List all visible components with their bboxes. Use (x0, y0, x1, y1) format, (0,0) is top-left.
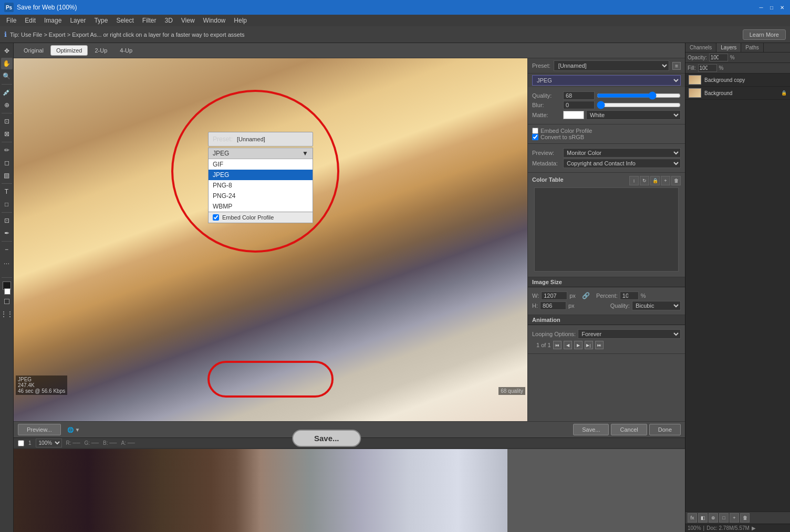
move-tool[interactable]: ✥ (1, 45, 13, 57)
anim-last-btn[interactable]: ⏭ (595, 341, 604, 349)
format-selector[interactable]: JPEG ▼ (209, 148, 313, 159)
layer-background[interactable]: Background 🔒 (685, 87, 790, 100)
cancel-button[interactable]: Cancel (611, 424, 647, 435)
preset-menu-button[interactable]: ≡ (672, 62, 681, 70)
eraser-tool[interactable]: ◻ (1, 157, 13, 169)
preset-select[interactable]: [Unnamed] (554, 60, 669, 71)
right-format-select[interactable]: JPEG GIF PNG-8 PNG-24 WBMP (532, 75, 681, 86)
format-option-png24[interactable]: PNG-24 (209, 191, 313, 201)
layer-group-btn[interactable]: □ (719, 513, 729, 523)
matte-select[interactable]: WhiteBlackNone (586, 110, 681, 120)
zoom-select[interactable]: 100% 50% 200% (36, 439, 62, 447)
layer-fx-btn[interactable]: fx (688, 513, 697, 523)
tab-optimized[interactable]: Optimized (50, 45, 88, 56)
menu-3d[interactable]: 3D (160, 15, 176, 26)
anim-first-btn[interactable]: ⏮ (553, 341, 562, 349)
animation-playback-controls: 1 of 1 ⏮ ◀ ▶ ▶| ⏭ (532, 340, 681, 350)
close-btn[interactable]: ✕ (778, 4, 786, 11)
zoom-tool[interactable]: 🔍 (1, 70, 13, 82)
layer-mask-btn[interactable]: ◧ (698, 513, 708, 523)
format-option-wbmp[interactable]: WBMP (209, 201, 313, 212)
shape-tool[interactable]: □ (1, 199, 13, 210)
menu-filter[interactable]: Filter (138, 15, 161, 26)
format-option-gif[interactable]: GIF (209, 159, 313, 170)
menu-image[interactable]: Image (40, 15, 66, 26)
save-button[interactable]: Save... (573, 424, 609, 435)
quality-method-select[interactable]: BicubicBilinearNearest (632, 301, 681, 310)
minimize-btn[interactable]: ─ (757, 4, 765, 11)
height-row: H: px Quality: BicubicBilinearNearest (532, 301, 681, 310)
menu-select[interactable]: Select (112, 15, 138, 26)
status-checkbox[interactable] (18, 440, 24, 446)
learn-more-button[interactable]: Learn More (743, 29, 786, 40)
zoom-out-tool[interactable]: − (1, 244, 13, 255)
layer-delete-btn[interactable]: 🗑 (740, 513, 750, 523)
ct-btn-lock[interactable]: 🔒 (650, 176, 660, 185)
embed-color-option[interactable]: Embed Color Profile (532, 128, 681, 134)
more-tools[interactable]: … (1, 256, 13, 268)
layer-name-background: Background (704, 90, 778, 96)
menu-window[interactable]: Window (199, 15, 230, 26)
blur-input[interactable] (563, 101, 595, 109)
looping-select[interactable]: Forever (578, 329, 681, 339)
maximize-btn[interactable]: □ (768, 4, 775, 11)
fill-input[interactable] (698, 64, 717, 72)
quality-input[interactable] (563, 91, 595, 100)
ct-btn-1[interactable]: ↕ (629, 176, 639, 185)
blur-slider[interactable] (597, 102, 681, 108)
preview-options[interactable]: 🌐 ▼ (67, 427, 80, 433)
slice-tool[interactable]: ⊠ (1, 128, 13, 140)
type-tool[interactable]: T (1, 186, 13, 197)
ct-btn-add[interactable]: + (661, 176, 670, 185)
done-button[interactable]: Done (649, 424, 681, 435)
paths-tab[interactable]: Paths (741, 43, 764, 52)
tab-2up[interactable]: 2-Up (89, 45, 113, 56)
menu-layer[interactable]: Layer (66, 15, 90, 26)
color-sampler-tool[interactable]: ⊕ (1, 99, 13, 111)
anim-play-btn[interactable]: ▶ (574, 341, 583, 349)
layer-new-btn[interactable]: + (730, 513, 739, 523)
embed-color-profile-checkbox[interactable] (532, 128, 538, 134)
embed-color-checkbox[interactable] (213, 214, 219, 221)
metadata-select[interactable]: Copyright and Contact Info (563, 159, 681, 168)
tab-original[interactable]: Original (18, 45, 49, 56)
eyedropper-tool[interactable]: 💉 (1, 87, 13, 98)
format-option-jpeg[interactable]: JPEG (209, 170, 313, 180)
layer-background-copy[interactable]: Background copy (685, 74, 790, 87)
quality-slider[interactable] (597, 92, 681, 99)
width-input[interactable] (541, 291, 567, 300)
percent-input[interactable] (620, 291, 639, 300)
height-input[interactable] (540, 301, 566, 310)
big-save-button[interactable]: Save... (292, 430, 361, 447)
brush-tool[interactable]: ✏ (1, 144, 13, 156)
tab-4up[interactable]: 4-Up (114, 45, 138, 56)
anim-prev-btn[interactable]: ◀ (564, 341, 572, 349)
opacity-input[interactable] (709, 54, 728, 61)
paint-bucket-tool[interactable]: ▧ (1, 170, 13, 181)
crop-tool[interactable]: ⊡ (1, 116, 13, 127)
ct-btn-delete[interactable]: 🗑 (671, 176, 681, 185)
quality-value: 68 quality (501, 388, 523, 394)
selection-tool[interactable]: ⊡ (1, 215, 13, 226)
format-row: JPEG GIF PNG-8 PNG-24 WBMP (528, 74, 685, 87)
matte-color-swatch[interactable] (563, 111, 584, 119)
menu-view[interactable]: View (177, 15, 199, 26)
preview-button[interactable]: Preview... (18, 424, 61, 435)
hand-tool[interactable]: ✋ (1, 58, 13, 69)
format-option-png8[interactable]: PNG-8 (209, 180, 313, 191)
pen-tool[interactable]: ✒ (1, 227, 13, 239)
menu-file[interactable]: File (2, 15, 20, 26)
convert-srgb-option[interactable]: Convert to sRGB (532, 134, 681, 140)
menu-help[interactable]: Help (230, 15, 251, 26)
anim-next-btn[interactable]: ▶| (585, 341, 593, 349)
channels-tab[interactable]: Channels (685, 43, 716, 52)
layers-tab[interactable]: Layers (716, 43, 741, 52)
preview-select[interactable]: Monitor Color (563, 148, 681, 158)
convert-srgb-checkbox[interactable] (532, 134, 538, 140)
layer-adjust-btn[interactable]: ⊕ (709, 513, 718, 523)
ct-btn-2[interactable]: ↻ (640, 176, 649, 185)
edit-toolbar[interactable]: ⋮⋮ (1, 308, 13, 320)
menu-edit[interactable]: Edit (20, 15, 40, 26)
menu-type[interactable]: Type (90, 15, 112, 26)
status-arrow[interactable]: ▶ (752, 525, 756, 531)
